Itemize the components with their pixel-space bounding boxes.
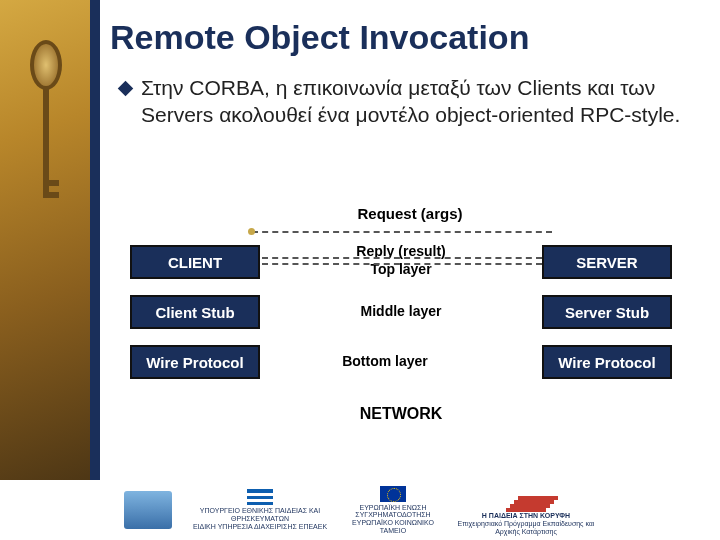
ekt-text: ΕΥΡΩΠΑΪΚΟ ΚΟΙΝΩΝΙΚΟ ΤΑΜΕΙΟ bbox=[348, 519, 438, 534]
eu-fund-text: ΣΥΓΧΡΗΜΑΤΟΔΟΤΗΣΗ bbox=[355, 511, 430, 519]
eu-union-text: ΕΥΡΩΠΑΪΚΗ ΕΝΩΣΗ bbox=[360, 504, 427, 512]
server-stub-box: Server Stub bbox=[542, 295, 672, 329]
client-box: CLIENT bbox=[130, 245, 260, 279]
reply-arrow-2 bbox=[262, 263, 542, 265]
program-title: Η ΠΑΙΔΕΙΑ ΣΤΗΝ ΚΟΡΥΦΗ bbox=[482, 512, 570, 520]
bullet-item: Στην CORBA, η επικοινωνία μεταξύ των Cli… bbox=[100, 71, 720, 129]
program-sub: Επιχειρησιακό Πρόγραμμα Εκπαίδευσης και … bbox=[456, 520, 596, 535]
reply-arrow bbox=[262, 257, 542, 259]
middle-layer-label: Middle layer bbox=[326, 303, 476, 319]
arrow-dot-icon bbox=[248, 228, 255, 235]
footer-logo-epeaek bbox=[124, 491, 172, 529]
footer-program: Η ΠΑΙΔΕΙΑ ΣΤΗΝ ΚΟΡΥΦΗ Επιχειρησιακό Πρόγ… bbox=[456, 484, 596, 535]
footer-sponsors: ΥΠΟΥΡΓΕΙΟ ΕΘΝΙΚΗΣ ΠΑΙΔΕΙΑΣ ΚΑΙ ΘΡΗΣΚΕΥΜΑ… bbox=[0, 480, 720, 540]
diamond-bullet-icon bbox=[118, 81, 134, 97]
ministry-line2: ΕΙΔΙΚΗ ΥΠΗΡΕΣΙΑ ΔΙΑΧΕΙΡΙΣΗΣ ΕΠΕΑΕΚ bbox=[193, 523, 327, 531]
epeaek-logo-icon bbox=[124, 491, 172, 529]
footer-ministry: ΥΠΟΥΡΓΕΙΟ ΕΘΝΙΚΗΣ ΠΑΙΔΕΙΑΣ ΚΑΙ ΘΡΗΣΚΕΥΜΑ… bbox=[190, 489, 330, 530]
slide-content: Remote Object Invocation Στην CORBA, η ε… bbox=[100, 0, 720, 540]
wire-protocol-right-box: Wire Protocol bbox=[542, 345, 672, 379]
client-stub-box: Client Stub bbox=[130, 295, 260, 329]
footer-eu: ΕΥΡΩΠΑΪΚΗ ΕΝΩΣΗ ΣΥΓΧΡΗΜΑΤΟΔΟΤΗΣΗ ΕΥΡΩΠΑΪ… bbox=[348, 486, 438, 535]
request-label: Request (args) bbox=[100, 205, 720, 222]
greece-flag-icon bbox=[247, 489, 273, 505]
key-icon bbox=[30, 40, 62, 220]
server-box: SERVER bbox=[542, 245, 672, 279]
wire-protocol-left-box: Wire Protocol bbox=[130, 345, 260, 379]
ministry-line1: ΥΠΟΥΡΓΕΙΟ ΕΘΝΙΚΗΣ ΠΑΙΔΕΙΑΣ ΚΑΙ ΘΡΗΣΚΕΥΜΑ… bbox=[190, 507, 330, 522]
sidebar-key-image bbox=[0, 0, 90, 540]
rpc-diagram: Request (args) CLIENT Reply (result) Top… bbox=[100, 205, 720, 455]
eu-flag-icon bbox=[380, 486, 406, 502]
network-label: NETWORK bbox=[326, 405, 476, 423]
stairs-icon bbox=[506, 484, 546, 512]
bullet-text: Στην CORBA, η επικοινωνία μεταξύ των Cli… bbox=[141, 75, 700, 129]
request-arrow bbox=[252, 231, 552, 233]
bottom-layer-label: Bottom layer bbox=[310, 353, 460, 369]
slide-title: Remote Object Invocation bbox=[100, 0, 720, 71]
